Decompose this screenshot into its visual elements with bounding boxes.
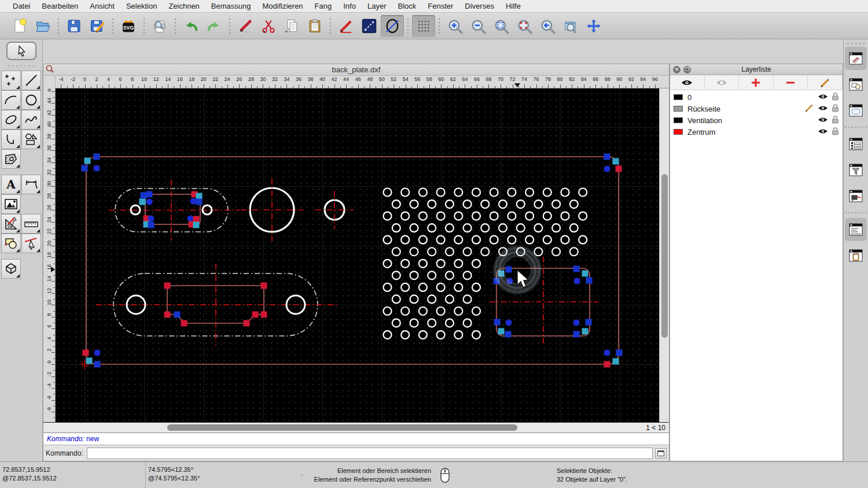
tool-hatch-button[interactable] xyxy=(1,149,21,169)
tool-spline-button[interactable] xyxy=(21,110,41,130)
dock-library-button[interactable] xyxy=(845,99,867,122)
circle-entity[interactable] xyxy=(241,179,303,241)
menu-layer[interactable]: Layer xyxy=(362,2,392,10)
layer-lock-icon[interactable] xyxy=(832,93,839,101)
paste-button[interactable] xyxy=(303,15,326,37)
layer-visibility-toggle[interactable] xyxy=(814,105,828,113)
menu-zeichnen[interactable]: Zeichnen xyxy=(163,2,205,10)
menu-selektion[interactable]: Selektion xyxy=(120,2,163,10)
menu-hilfe[interactable]: Hilfe xyxy=(500,2,527,10)
grid-toggle-button[interactable] xyxy=(412,15,435,37)
menu-fang[interactable]: Fang xyxy=(309,2,338,10)
tool-ellipse-button[interactable] xyxy=(1,110,21,130)
layer-row-zentrum[interactable]: Zentrum xyxy=(670,126,843,138)
tool-dimension-button[interactable] xyxy=(21,175,41,194)
doc-open-button[interactable] xyxy=(31,15,54,37)
tool-blocks-button[interactable] xyxy=(1,234,21,253)
menu-fenster[interactable]: Fenster xyxy=(422,2,459,10)
zoom-previous-button[interactable] xyxy=(536,15,559,37)
horizontal-scrollbar-thumb[interactable] xyxy=(167,424,517,431)
dock-reference-button[interactable] xyxy=(845,184,867,208)
zoom-out-button[interactable] xyxy=(466,15,490,37)
dock-property-list-button[interactable] xyxy=(845,132,867,156)
tool-box3d-button[interactable] xyxy=(1,259,21,279)
layer-visible-icon[interactable] xyxy=(818,128,828,135)
tool-shapes-button[interactable] xyxy=(21,130,41,149)
layer-row-0[interactable]: 0 xyxy=(670,91,843,103)
menu-diverses[interactable]: Diverses xyxy=(459,2,500,10)
layer-lock-icon[interactable] xyxy=(832,116,839,124)
dock-drag-handle[interactable] xyxy=(846,42,866,46)
tool-measure-button[interactable] xyxy=(21,214,41,234)
hide-all-layers-button[interactable] xyxy=(705,75,740,90)
ellipse-tool-button[interactable] xyxy=(381,15,404,37)
dock-selection-filter-button[interactable] xyxy=(845,158,867,182)
select-tool-button[interactable] xyxy=(6,42,36,60)
doc-new-button[interactable] xyxy=(8,15,31,37)
tool-select-entity-button[interactable] xyxy=(21,234,41,253)
layer-visible-icon[interactable] xyxy=(818,93,828,100)
menu-datei[interactable]: Datei xyxy=(7,2,36,10)
edit-layer-button[interactable] xyxy=(808,75,843,90)
vertical-scrollbar-thumb[interactable] xyxy=(661,174,668,338)
line-tool-button[interactable] xyxy=(358,15,381,37)
delete-entity-button[interactable] xyxy=(234,15,257,37)
menu-info[interactable]: Info xyxy=(337,2,362,10)
layer-visibility-toggle[interactable] xyxy=(814,116,828,125)
tool-polyline-button[interactable] xyxy=(1,130,21,149)
layer-row-rückseite[interactable]: Rückseite xyxy=(670,103,843,114)
pan-button[interactable] xyxy=(582,15,605,37)
circle-entity[interactable] xyxy=(315,191,354,229)
layer-lock-toggle[interactable] xyxy=(828,116,839,125)
slot-outline-entity[interactable] xyxy=(109,180,240,241)
layer-lock-toggle[interactable] xyxy=(828,104,839,114)
horizontal-scrollbar[interactable] xyxy=(43,423,642,432)
zoom-in-button[interactable] xyxy=(443,15,466,37)
tool-points-button[interactable] xyxy=(1,71,21,90)
tool-image-button[interactable] xyxy=(1,194,21,214)
vertical-scrollbar[interactable] xyxy=(659,88,669,422)
tool-line-button[interactable] xyxy=(21,71,41,90)
drawing-canvas[interactable] xyxy=(56,88,659,422)
draw-pencil-button[interactable] xyxy=(334,15,358,37)
dock-command-line-button[interactable] xyxy=(845,218,867,241)
zoom-window-button[interactable] xyxy=(559,15,582,37)
menu-modifizieren[interactable]: Modifizieren xyxy=(257,2,309,10)
save-as-button[interactable] xyxy=(86,15,109,37)
dock-clipboard-button[interactable] xyxy=(845,244,867,267)
command-dock-button[interactable] xyxy=(655,448,667,459)
show-all-layers-button[interactable] xyxy=(670,75,705,90)
tool-circle-button[interactable] xyxy=(21,90,41,110)
menu-bemassung[interactable]: Bemassung xyxy=(205,2,257,10)
layer-visible-icon[interactable] xyxy=(818,116,828,123)
remove-layer-button[interactable] xyxy=(774,75,808,90)
tool-modify-button[interactable] xyxy=(1,214,21,234)
tool-text-button[interactable]: A xyxy=(1,175,21,194)
zoom-selection-button[interactable] xyxy=(513,15,536,37)
menu-block[interactable]: Block xyxy=(392,2,422,10)
layer-panel-titlebar[interactable]: ✕ ❐ Layerliste xyxy=(670,64,843,75)
menu-ansicht[interactable]: Ansicht xyxy=(84,2,120,10)
save-button[interactable] xyxy=(62,15,86,37)
dock-layer-list-button[interactable] xyxy=(845,47,867,70)
ventilation-hole-grid[interactable] xyxy=(383,188,587,339)
command-input[interactable] xyxy=(87,448,653,459)
cad-drawing[interactable] xyxy=(56,88,660,423)
redo-button[interactable] xyxy=(203,15,226,37)
cut-button[interactable]: + xyxy=(257,15,280,37)
layer-lock-icon[interactable] xyxy=(832,104,839,112)
menu-bearbeiten[interactable]: Bearbeiten xyxy=(36,2,84,10)
undo-button[interactable] xyxy=(179,15,203,37)
tool-arc-button[interactable] xyxy=(1,90,21,110)
svg-export-button[interactable]: SVG xyxy=(117,15,140,37)
document-titlebar[interactable]: back_plate.dxf xyxy=(43,64,669,76)
layer-lock-toggle[interactable] xyxy=(828,93,839,102)
print-preview-button[interactable] xyxy=(148,15,171,37)
layer-row-ventilation[interactable]: Ventilation xyxy=(670,114,843,126)
layer-visibility-toggle[interactable] xyxy=(814,128,828,136)
dock-block-list-button[interactable] xyxy=(845,73,867,96)
copy-button[interactable]: + xyxy=(280,15,303,37)
layer-visibility-toggle[interactable] xyxy=(814,93,828,102)
layer-visible-icon[interactable] xyxy=(818,105,828,112)
layer-lock-icon[interactable] xyxy=(832,127,839,135)
